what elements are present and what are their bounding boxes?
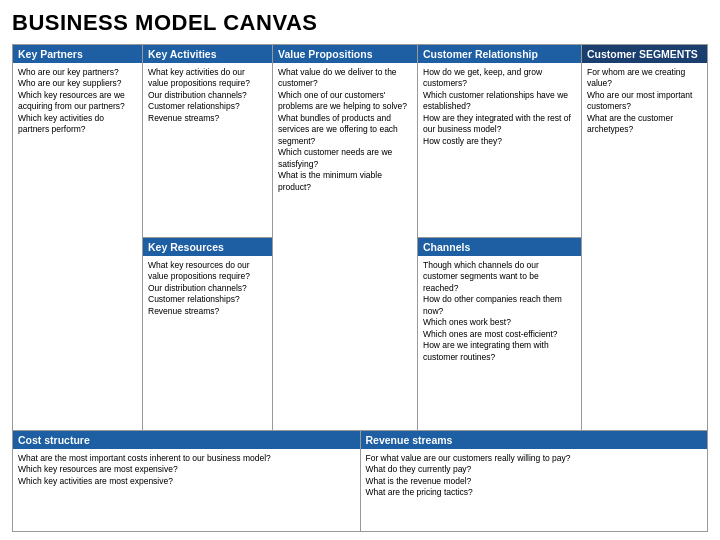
activities-section: Key Activities What key activities do ou…	[143, 45, 272, 238]
partners-body: Who are our key partners? Who are our ke…	[13, 63, 142, 140]
channels-body: Though which channels do our customer se…	[418, 256, 581, 367]
top-grid: Key Partners Who are our key partners? W…	[13, 45, 707, 431]
page-title: BUSINESS MODEL CANVAS	[12, 10, 708, 36]
partners-header: Key Partners	[13, 45, 142, 63]
revenue-header: Revenue streams	[361, 431, 708, 449]
cost-header: Cost structure	[13, 431, 360, 449]
activities-column: Key Activities What key activities do ou…	[143, 45, 273, 430]
canvas: Key Partners Who are our key partners? W…	[12, 44, 708, 532]
channels-section: Channels Though which channels do our cu…	[418, 238, 581, 430]
revenue-body: For what value are our customers really …	[361, 449, 708, 503]
segments-column: Customer SEGMENTS For whom are we creati…	[582, 45, 707, 430]
segments-body: For whom are we creating value? Who are …	[582, 63, 707, 140]
resources-body: What key resources do our value proposit…	[143, 256, 272, 321]
relationship-body: How do we get, keep, and grow customers?…	[418, 63, 581, 151]
right-inner: Customer Relationship How do we get, kee…	[418, 45, 707, 430]
resources-section: Key Resources What key resources do our …	[143, 238, 272, 430]
revenue-section: Revenue streams For what value are our c…	[361, 431, 708, 531]
value-column: Value Propositions What value do we deli…	[273, 45, 418, 430]
bottom-grid: Cost structure What are the most importa…	[13, 431, 707, 531]
segments-header: Customer SEGMENTS	[582, 45, 707, 63]
value-header: Value Propositions	[273, 45, 417, 63]
resources-header: Key Resources	[143, 238, 272, 256]
partners-column: Key Partners Who are our key partners? W…	[13, 45, 143, 430]
activities-body: What key activities do our value proposi…	[143, 63, 272, 128]
page: BUSINESS MODEL CANVAS Key Partners Who a…	[0, 0, 720, 540]
cost-section: Cost structure What are the most importa…	[13, 431, 361, 531]
value-body: What value do we deliver to the customer…	[273, 63, 417, 197]
right-column: Customer Relationship How do we get, kee…	[418, 45, 707, 430]
relationship-header: Customer Relationship	[418, 45, 581, 63]
relationship-channels: Customer Relationship How do we get, kee…	[418, 45, 582, 430]
channels-header: Channels	[418, 238, 581, 256]
relationship-section: Customer Relationship How do we get, kee…	[418, 45, 581, 238]
activities-header: Key Activities	[143, 45, 272, 63]
cost-body: What are the most important costs inhere…	[13, 449, 360, 491]
